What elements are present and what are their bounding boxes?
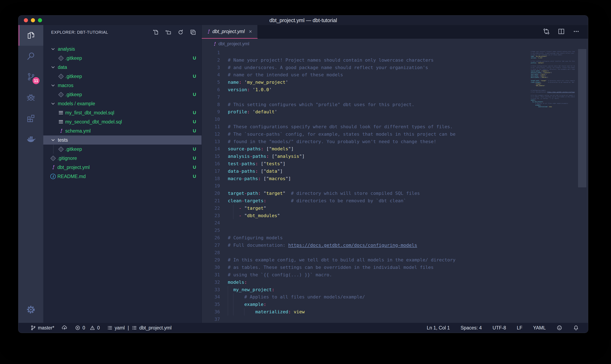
code-line[interactable]: 11# These configurations specify where d… <box>202 123 588 130</box>
code-line[interactable]: 18macro-paths: ["macros"] <box>202 175 588 182</box>
line-number: 18 <box>202 175 220 182</box>
code-line[interactable]: 7 <box>202 93 588 101</box>
tab-dbt-project-yml[interactable]: ! dbt_project.yml × <box>202 25 258 39</box>
refresh-icon[interactable] <box>178 29 184 35</box>
code-line[interactable]: 37 <box>202 316 588 323</box>
feedback-smiley-icon[interactable] <box>556 325 562 331</box>
line-content: clean-targets: # directories to be remov… <box>228 197 406 205</box>
open-changes-icon[interactable] <box>543 28 550 36</box>
tree-file--gitkeep[interactable]: .gitkeepU <box>43 144 202 154</box>
line-number: 29 <box>202 256 220 264</box>
line-content: # In this example config, we tell dbt to… <box>228 256 456 264</box>
new-file-icon[interactable] <box>153 29 159 35</box>
code-line[interactable]: 19 <box>202 182 588 190</box>
warning-file-icon: ! <box>213 41 216 47</box>
sync-status[interactable] <box>62 325 68 331</box>
linter-status[interactable]: yaml | dbt_project.yml <box>107 325 172 331</box>
git-branch-status[interactable]: master* <box>30 325 54 331</box>
breadcrumb[interactable]: ! dbt_project.yml <box>202 39 588 49</box>
code-editor[interactable]: 12# Name your project! Project names sho… <box>202 49 588 323</box>
code-line[interactable]: 35 example: <box>202 301 588 308</box>
code-line[interactable]: 10 <box>202 116 588 123</box>
collapse-all-icon[interactable] <box>190 29 196 35</box>
code-line[interactable]: 6version: '1.0.0' <box>202 86 588 93</box>
tree-file-schema-yml[interactable]: !schema.ymlU <box>43 126 202 135</box>
code-line[interactable]: 14source-paths: ["models"] <box>202 145 588 153</box>
cursor-position[interactable]: Ln 1, Col 1 <box>427 325 450 331</box>
tab-close-icon[interactable]: × <box>249 28 252 35</box>
code-line[interactable]: 12# The `source-paths` config, for examp… <box>202 130 588 138</box>
tree-folder-models-example[interactable]: models / example <box>43 99 202 108</box>
code-line[interactable]: 31# using the `{{ config(...) }}` macro. <box>202 271 588 279</box>
code-line[interactable]: 30# as tables. These settings can be ove… <box>202 264 588 271</box>
code-line[interactable]: 5name: 'my_new_project' <box>202 78 588 86</box>
minimap[interactable]: # Name your project! Project names shoul… <box>531 49 575 109</box>
line-number: 30 <box>202 264 220 271</box>
editor-scrollbar[interactable] <box>578 49 586 187</box>
tree-folder-analysis[interactable]: analysis <box>43 44 202 53</box>
code-line[interactable]: 13# found in the "models/" directory. Yo… <box>202 138 588 145</box>
code-line[interactable]: 1 <box>202 49 588 56</box>
split-editor-icon[interactable] <box>558 28 565 36</box>
code-line[interactable]: 28 <box>202 249 588 257</box>
code-line[interactable]: 36 materialized: view <box>202 308 588 316</box>
code-line[interactable]: 9profile: 'default' <box>202 108 588 116</box>
tree-folder-macros[interactable]: macros <box>43 81 202 90</box>
code-line[interactable]: 4# name or the intended use of these mod… <box>202 71 588 78</box>
tree-folder-tests[interactable]: tests <box>43 135 202 144</box>
code-line[interactable]: 8# This setting configures which "profil… <box>202 101 588 108</box>
tree-folder-data[interactable]: data <box>43 63 202 72</box>
line-content: # found in the "models/" directory. You … <box>228 138 436 145</box>
tree-file-dbt-project-yml[interactable]: !dbt_project.ymlU <box>43 163 202 172</box>
code-line[interactable]: 22 - "target" <box>202 205 588 212</box>
tree-file--gitkeep[interactable]: .gitkeepU <box>43 72 202 81</box>
code-line[interactable]: 24 <box>202 219 588 227</box>
code-line[interactable]: 25 <box>202 227 588 234</box>
code-line[interactable]: 33 my_new_project: <box>202 286 588 293</box>
code-line[interactable]: 21clean-targets: # directories to be rem… <box>202 197 588 205</box>
explorer-sidebar: EXPLORER: DBT-TUTORIAL <box>43 25 202 323</box>
new-folder-icon[interactable] <box>165 29 171 35</box>
code-line[interactable]: 17data-paths: ["data"] <box>202 168 588 175</box>
line-number: 37 <box>202 316 220 323</box>
more-actions-icon[interactable] <box>573 28 580 36</box>
tree-file--gitkeep[interactable]: .gitkeepU <box>43 53 202 63</box>
notifications-bell-icon[interactable] <box>573 325 579 331</box>
status-bar: master* 0 0 <box>18 323 588 333</box>
language-mode[interactable]: YAML <box>533 325 546 331</box>
activity-debug[interactable] <box>18 87 43 108</box>
activity-source-control[interactable]: 11 <box>18 66 43 87</box>
tree-file-my-second-dbt-model-sql[interactable]: my_second_dbt_model.sqlU <box>43 117 202 126</box>
code-line[interactable]: 34 # Applies to all files under models/e… <box>202 293 588 301</box>
indent-guide <box>244 308 244 316</box>
activity-search[interactable] <box>18 46 43 66</box>
indentation[interactable]: Spaces: 4 <box>461 325 482 331</box>
activity-settings[interactable] <box>18 299 43 320</box>
code-line[interactable]: 32models: <box>202 279 588 286</box>
activity-explorer[interactable] <box>18 25 43 46</box>
code-line[interactable]: 16test-paths: ["tests"] <box>202 160 588 168</box>
line-content: analysis-paths: ["analysis"] <box>228 153 305 160</box>
code-line[interactable]: 26# Configuring models <box>202 234 588 242</box>
code-line[interactable]: 3# and underscores. A good package name … <box>202 64 588 71</box>
tree-file-readme-md[interactable]: iREADME.mdU <box>43 172 202 181</box>
code-line[interactable]: 2# Name your project! Project names shou… <box>202 56 588 64</box>
tree-file--gitkeep[interactable]: .gitkeepU <box>43 90 202 99</box>
code-line[interactable]: 23 - "dbt_modules" <box>202 212 588 220</box>
info-file-icon: i <box>50 174 56 179</box>
code-line[interactable]: 15analysis-paths: ["analysis"] <box>202 153 588 160</box>
encoding[interactable]: UTF-8 <box>493 325 506 331</box>
code-line[interactable]: 20target-path: "target" # directory whic… <box>202 190 588 197</box>
problems-status[interactable]: 0 0 <box>75 325 100 331</box>
tree-file--gitignore[interactable]: .gitignoreU <box>43 154 202 163</box>
errors-icon <box>75 325 80 330</box>
eol-sequence[interactable]: LF <box>517 325 522 331</box>
tree-file-my-first-dbt-model-sql[interactable]: my_first_dbt_model.sqlU <box>43 108 202 117</box>
code-line[interactable]: 29# In this example config, we tell dbt … <box>202 256 588 264</box>
file-tree: analysis.gitkeepUdata.gitkeepUmacros.git… <box>43 39 202 181</box>
indent-guide <box>233 212 234 220</box>
activity-docker[interactable] <box>18 129 43 149</box>
tree-item-label: my_second_dbt_model.sql <box>65 119 122 125</box>
activity-extensions[interactable] <box>18 108 43 129</box>
code-line[interactable]: 27# Full documentation: https://docs.get… <box>202 242 588 249</box>
